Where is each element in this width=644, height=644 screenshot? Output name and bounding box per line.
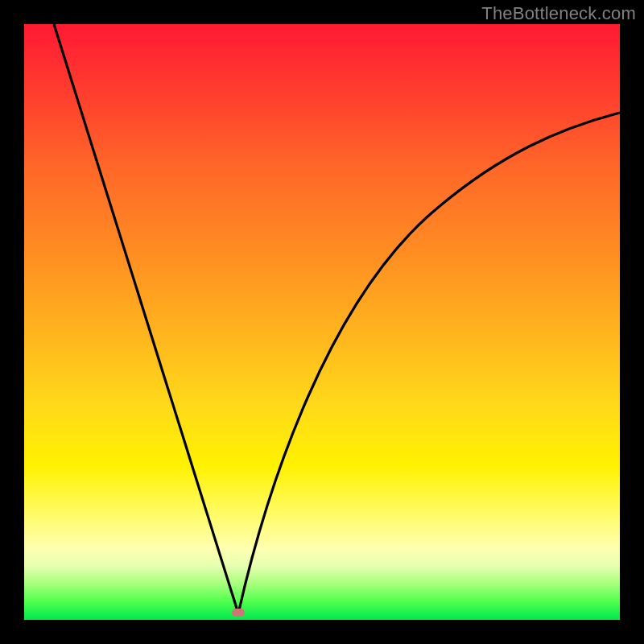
plot-area [24,24,620,620]
bottleneck-curve [24,24,620,620]
chart-frame: TheBottleneck.com [0,0,644,644]
optimum-marker [232,609,245,617]
watermark-text: TheBottleneck.com [481,3,636,24]
